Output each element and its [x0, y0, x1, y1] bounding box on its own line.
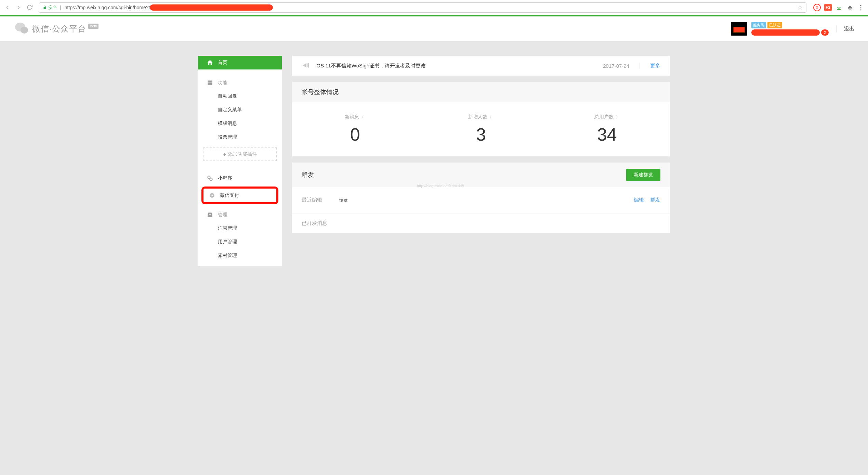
account-name-redacted — [751, 29, 820, 36]
sidebar-wxpay-highlight: 微信支付 — [201, 187, 278, 204]
chevron-right-icon: 〉 — [361, 114, 365, 120]
sidebar-home-label: 首页 — [218, 60, 227, 66]
sidebar-item-home[interactable]: 首页 — [198, 56, 282, 69]
edit-link[interactable]: 编辑 — [634, 197, 644, 203]
sidebar-category-function: 功能 — [198, 76, 282, 89]
stat-total-users-value: 34 — [544, 124, 670, 145]
sidebar-add-plugin[interactable]: + 添加功能插件 — [203, 147, 277, 161]
account-stats-panel: 帐号整体情况 新消息〉 0 新增人数〉 3 总用户数〉 34 — [292, 82, 670, 156]
sidebar-miniapp-label: 小程序 — [218, 175, 232, 181]
tag-service-account: 服务号 — [751, 22, 766, 28]
account-avatar[interactable] — [731, 22, 747, 36]
extension-download-icon[interactable] — [835, 4, 843, 11]
sidebar-category-manage: 管理 — [198, 208, 282, 221]
bookmark-star-icon[interactable]: ☆ — [797, 4, 803, 11]
stat-new-messages[interactable]: 新消息〉 0 — [292, 114, 418, 145]
sidebar-item-wxpay[interactable]: 微信支付 — [203, 189, 276, 202]
megaphone-icon — [302, 61, 310, 70]
new-broadcast-button[interactable]: 新建群发 — [626, 169, 660, 181]
miniapp-icon — [206, 175, 214, 182]
browser-chrome: 安全 | https://mp.weixin.qq.com/cgi-bin/ho… — [0, 0, 868, 15]
logout-link[interactable]: 退出 — [844, 26, 854, 32]
sidebar-wxpay-label: 微信支付 — [220, 192, 239, 198]
svg-point-6 — [210, 178, 212, 181]
forward-button[interactable] — [14, 3, 23, 12]
home-icon — [206, 59, 214, 66]
divider — [640, 63, 640, 69]
stat-new-users-label: 新增人数 — [468, 114, 487, 120]
site-header: 微信·公众平台 Beta 服务号 已认证 2 退出 — [0, 16, 868, 41]
extension-icons: O F3 ◎ ⋮ — [813, 4, 865, 11]
announcement-date: 2017-07-24 — [603, 63, 629, 69]
sidebar-item-template-msg[interactable]: 模板消息 — [198, 117, 282, 130]
extension-swirl-icon[interactable]: ◎ — [846, 4, 854, 11]
svg-point-5 — [208, 176, 210, 179]
recent-edit-row: 最近编辑 test 编辑 群发 — [292, 187, 670, 214]
page-body: http://blog.csdn.net/cdnzdd8 首页 功能 自动回复 … — [0, 41, 868, 475]
url-bar[interactable]: 安全 | https://mp.weixin.qq.com/cgi-bin/ho… — [39, 2, 806, 13]
extension-f3-icon[interactable]: F3 — [824, 4, 832, 11]
secure-label: 安全 — [48, 4, 57, 11]
sidebar-item-auto-reply[interactable]: 自动回复 — [198, 89, 282, 103]
beta-badge: Beta — [88, 24, 99, 29]
sidebar-item-message-mgmt[interactable]: 消息管理 — [198, 221, 282, 235]
chevron-right-icon: 〉 — [616, 114, 620, 120]
announcement-bar: iOS 11不再信赖WoSign证书，请开发者及时更改 2017-07-24 更… — [292, 56, 670, 76]
sidebar-item-miniapp[interactable]: 小程序 — [198, 171, 282, 185]
extension-opera-icon[interactable]: O — [813, 4, 821, 11]
svg-point-7 — [210, 193, 214, 198]
back-button[interactable] — [3, 3, 12, 12]
wechat-logo-icon — [14, 21, 30, 37]
announcement-more-link[interactable]: 更多 — [650, 63, 660, 69]
stat-total-users[interactable]: 总用户数〉 34 — [544, 114, 670, 145]
divider — [836, 25, 837, 32]
broadcast-panel-title: 群发 — [302, 171, 314, 179]
browser-menu-icon[interactable]: ⋮ — [857, 4, 865, 11]
chevron-right-icon: 〉 — [489, 114, 494, 120]
sidebar-item-vote-mgmt[interactable]: 投票管理 — [198, 130, 282, 144]
grid-icon — [206, 79, 214, 87]
sent-messages-label: 已群发消息 — [292, 214, 670, 233]
main-column: iOS 11不再信赖WoSign证书，请开发者及时更改 2017-07-24 更… — [292, 56, 670, 266]
sidebar-item-user-mgmt[interactable]: 用户管理 — [198, 235, 282, 249]
recent-edit-value: test — [339, 197, 347, 203]
plus-icon: + — [223, 152, 226, 157]
broadcast-link[interactable]: 群发 — [650, 197, 660, 203]
reload-button[interactable] — [25, 3, 34, 12]
sidebar-cat-function-label: 功能 — [218, 80, 227, 86]
sidebar: 首页 功能 自动回复 自定义菜单 模板消息 投票管理 + 添加功能插件 小程序 — [198, 56, 282, 266]
stat-new-msg-value: 0 — [292, 124, 418, 145]
inbox-icon — [206, 211, 214, 219]
svg-rect-3 — [208, 83, 210, 85]
wxpay-icon — [208, 192, 216, 199]
svg-rect-4 — [210, 83, 212, 85]
sidebar-item-custom-menu[interactable]: 自定义菜单 — [198, 103, 282, 117]
svg-rect-2 — [210, 80, 212, 82]
stat-total-users-label: 总用户数 — [594, 114, 614, 120]
svg-rect-1 — [208, 80, 210, 82]
recent-edit-label: 最近编辑 — [302, 197, 339, 203]
sidebar-item-material-mgmt[interactable]: 素材管理 — [198, 249, 282, 262]
url-text: https://mp.weixin.qq.com/cgi-bin/home?t — [65, 5, 150, 10]
product-title: 微信·公众平台 — [32, 23, 86, 34]
announcement-text[interactable]: iOS 11不再信赖WoSign证书，请开发者及时更改 — [315, 63, 597, 69]
stat-new-users[interactable]: 新增人数〉 3 — [418, 114, 544, 145]
url-redacted — [150, 4, 273, 11]
stats-panel-title: 帐号整体情况 — [292, 82, 670, 102]
stat-new-msg-label: 新消息 — [345, 114, 359, 120]
account-meta: 服务号 已认证 2 — [751, 22, 829, 36]
https-indicator: 安全 — [43, 4, 57, 11]
notification-count-badge[interactable]: 2 — [821, 29, 829, 36]
sidebar-cat-manage-label: 管理 — [218, 212, 227, 218]
tag-certified: 已认证 — [767, 22, 782, 28]
add-plugin-label: 添加功能插件 — [228, 151, 257, 157]
stat-new-users-value: 3 — [418, 124, 544, 145]
broadcast-panel: 群发 新建群发 最近编辑 test 编辑 群发 已群发消息 — [292, 163, 670, 233]
